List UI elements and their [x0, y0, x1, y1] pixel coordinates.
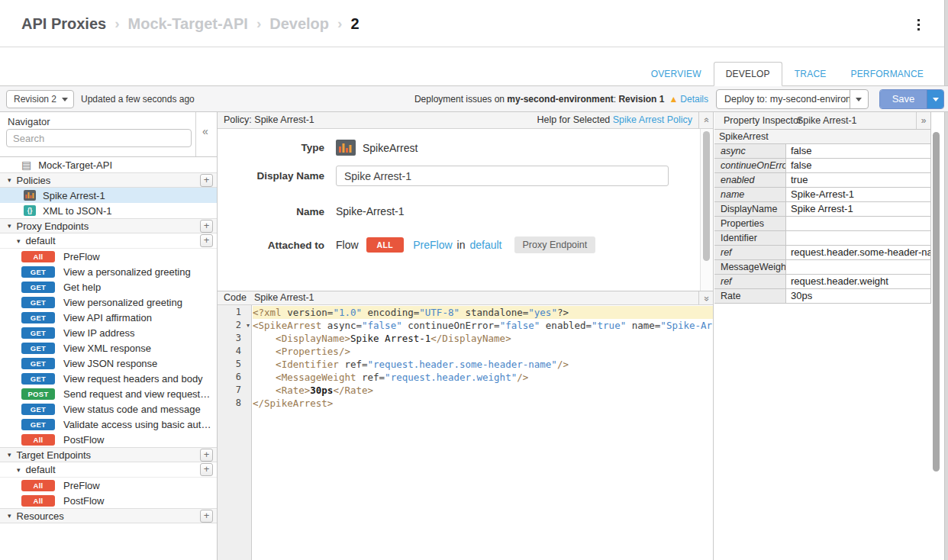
editor-column: Policy: Spike Arrest-1 Help for Selected…	[218, 112, 714, 560]
property-value[interactable]	[786, 260, 930, 274]
nav-item-xml-to-json-1[interactable]: {}XML to JSON-1	[0, 203, 217, 218]
help-text: Help for Selected	[537, 114, 610, 125]
nav-item-view-xml-response[interactable]: GETView XML response	[0, 340, 217, 356]
window-scrollbar-track[interactable]	[944, 0, 948, 560]
property-value[interactable]	[786, 231, 930, 245]
breadcrumb-item-mock-target-api[interactable]: Mock-Target-API	[128, 15, 248, 33]
nav-item-postflow[interactable]: AllPostFlow	[0, 493, 217, 508]
nav-item-view-personalized-greeting[interactable]: GETView personalized greeting	[0, 294, 217, 310]
nav-section-policies[interactable]: ▾Policies+	[0, 172, 217, 188]
nav-item-postflow[interactable]: AllPostFlow	[0, 432, 217, 447]
nav-item-view-json-response[interactable]: GETView JSON response	[0, 356, 217, 371]
save-dropdown-button[interactable]	[927, 90, 943, 108]
tab-overview[interactable]: OVERVIEW	[639, 62, 714, 86]
display-name-input[interactable]	[336, 166, 669, 186]
property-name: Properties	[714, 217, 786, 230]
property-value[interactable]: false	[786, 144, 930, 158]
policy-scrollbar[interactable]	[700, 129, 713, 291]
nav-item-label: XML to JSON-1	[43, 205, 112, 217]
preflow-link[interactable]: PreFlow	[413, 239, 452, 251]
tab-develop[interactable]: DEVELOP	[714, 62, 782, 86]
nav-item-view-request-headers-and-body[interactable]: GETView request headers and body	[0, 371, 217, 386]
nav-item-get-help[interactable]: GETGet help	[0, 279, 217, 294]
in-text: in	[457, 239, 466, 251]
property-scrollbar-thumb[interactable]	[933, 132, 940, 471]
chevron-down-icon	[933, 98, 939, 101]
add-button[interactable]: +	[200, 174, 213, 187]
display-name-label: Display Name	[218, 170, 324, 182]
nav-item-preflow[interactable]: AllPreFlow	[0, 249, 217, 264]
scrollbar-thumb[interactable]	[703, 131, 710, 261]
collapse-code-panel-button[interactable]: »	[698, 291, 713, 304]
property-value[interactable]: request.header.some-header-name	[786, 246, 930, 259]
method-badge: GET	[21, 404, 55, 415]
code-editor[interactable]: <?xml version="1.0" encoding="UTF-8" sta…	[253, 305, 713, 560]
details-link[interactable]: Details	[680, 94, 708, 105]
chevron-down-icon	[62, 98, 68, 101]
save-button[interactable]: Save	[880, 90, 927, 108]
method-badge: All	[21, 480, 55, 491]
nav-item-spike-arrest-1[interactable]: Spike Arrest-1	[0, 188, 217, 203]
nav-item-label: Spike Arrest-1	[43, 190, 105, 201]
property-value[interactable]: Spike-Arrest-1	[786, 188, 930, 201]
tab-bar: OVERVIEWDEVELOPTRACEPERFORMANCE	[639, 62, 936, 86]
search-input[interactable]	[6, 129, 192, 147]
method-badge: GET	[21, 327, 55, 339]
add-button[interactable]: +	[200, 234, 213, 247]
nav-item-view-a-personalized-greeting[interactable]: GETView a personalized greeting	[0, 264, 217, 279]
kebab-menu-icon[interactable]	[914, 18, 922, 31]
property-name: async	[714, 144, 786, 158]
nav-section-default[interactable]: ▾default+	[0, 233, 217, 249]
property-value[interactable]: 30ps	[786, 289, 930, 303]
tab-performance[interactable]: PERFORMANCE	[838, 62, 936, 86]
nav-item-view-api-affirmation[interactable]: GETView API affirmation	[0, 310, 217, 325]
deployment-text-segment: Deployment issues on	[414, 94, 507, 105]
nav-section-target-endpoints[interactable]: ▾Target Endpoints+	[0, 447, 217, 462]
property-row: enabledtrue	[714, 173, 930, 188]
property-value[interactable]: false	[786, 159, 930, 172]
property-value[interactable]: Spike Arrest-1	[786, 202, 930, 216]
method-badge: GET	[21, 312, 55, 323]
nav-item-mock-target-api[interactable]: ▤Mock-Target-API	[0, 157, 217, 172]
nav-section-default[interactable]: ▾default+	[0, 462, 217, 478]
nav-item-label: View request headers and body	[63, 373, 203, 385]
breadcrumb-item-develop[interactable]: Develop	[269, 15, 329, 33]
revision-select[interactable]: Revision 2	[6, 90, 74, 108]
nav-item-validate-access-using-basic-aut[interactable]: GETValidate access using basic aut…	[0, 417, 217, 432]
collapse-panel-button[interactable]: «	[195, 112, 217, 156]
chevron-down-icon	[856, 98, 862, 101]
deploy-to-button[interactable]: Deploy to: my-second-environment	[716, 89, 869, 109]
property-value[interactable]: request.header.weight	[786, 275, 930, 288]
expand-property-panel-button[interactable]: »	[916, 112, 930, 129]
default-endpoint-link[interactable]: default	[469, 239, 501, 251]
breadcrumb-item-api-proxies[interactable]: API Proxies	[21, 15, 106, 33]
type-label: Type	[218, 142, 324, 153]
nav-item-send-request-and-view-request[interactable]: POSTSend request and view request…	[0, 386, 217, 401]
code-panel: Code Spike Arrest-1 » 12▾345678 <?xml ve…	[218, 291, 713, 560]
property-group-row: SpikeArrest	[714, 130, 930, 144]
tab-trace[interactable]: TRACE	[782, 62, 839, 86]
deploy-dropdown-button[interactable]	[850, 90, 868, 108]
property-value[interactable]	[786, 217, 930, 230]
nav-item-label: PostFlow	[63, 434, 104, 446]
breadcrumb: API Proxies›Mock-Target-API›Develop›2	[21, 0, 360, 47]
property-name: ref	[714, 246, 786, 259]
nav-item-preflow[interactable]: AllPreFlow	[0, 478, 217, 493]
nav-item-view-status-code-and-message[interactable]: GETView status code and message	[0, 401, 217, 417]
collapse-policy-panel-button[interactable]: »	[698, 112, 713, 128]
add-button[interactable]: +	[200, 510, 213, 523]
add-button[interactable]: +	[200, 220, 213, 233]
policy-help-link[interactable]: Spike Arrest Policy	[613, 114, 692, 125]
nav-section-proxy-endpoints[interactable]: ▾Proxy Endpoints+	[0, 218, 217, 233]
nav-item-view-ip-address[interactable]: GETView IP address	[0, 325, 217, 340]
add-button[interactable]: +	[200, 449, 213, 462]
code-line: <SpikeArrest async="false" continueOnErr…	[253, 319, 713, 332]
method-badge: All	[21, 251, 55, 262]
add-button[interactable]: +	[200, 463, 213, 476]
toolbar: Revision 2 Updated a few seconds ago Dep…	[0, 85, 948, 112]
property-value[interactable]: true	[786, 173, 930, 187]
nav-item-label: View API affirmation	[63, 312, 152, 323]
nav-section-resources[interactable]: ▾Resources+	[0, 508, 217, 523]
updated-status: Updated a few seconds ago	[81, 86, 195, 113]
fold-caret-icon[interactable]: ▾	[247, 319, 250, 332]
